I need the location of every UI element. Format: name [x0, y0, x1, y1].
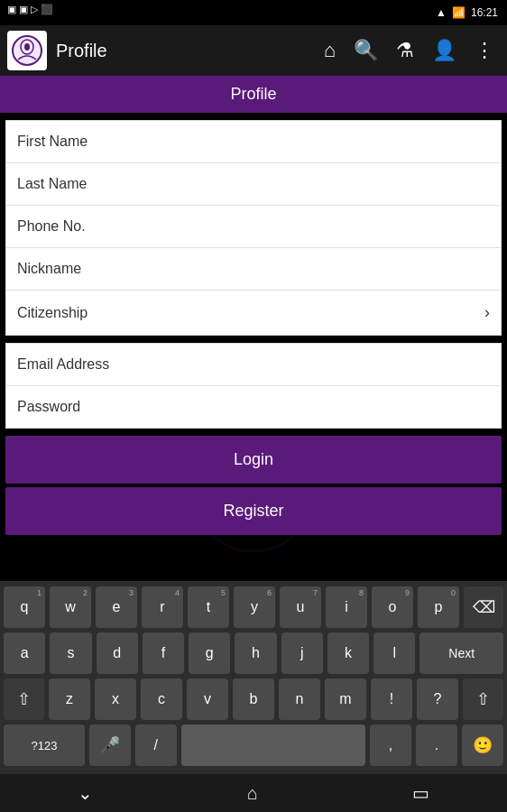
notification-icons: ▣ ▣ ▷ ⬛ [7, 4, 53, 15]
keyboard-row-2: a s d f g h j k l Next [4, 632, 503, 674]
key-h[interactable]: h [235, 632, 276, 674]
key-b[interactable]: b [233, 678, 274, 720]
key-z[interactable]: z [49, 678, 90, 720]
key-y[interactable]: 6y [234, 586, 275, 628]
key-l[interactable]: l [373, 632, 415, 674]
citizenship-chevron-icon: › [484, 303, 490, 322]
svg-point-2 [24, 43, 30, 51]
app-bar-actions: ⌂ 🔍 ⚗ 👤 ⋮ [318, 35, 500, 66]
phone-field[interactable]: Phone No. [6, 206, 501, 248]
register-button[interactable]: Register [5, 487, 502, 535]
key-period[interactable]: . [416, 724, 457, 766]
key-question[interactable]: ? [417, 678, 458, 720]
person-button[interactable]: 👤 [427, 35, 462, 66]
password-label: Password [17, 399, 490, 415]
nickname-field[interactable]: Nickname [6, 248, 501, 291]
key-i[interactable]: 8i [326, 586, 367, 628]
key-c[interactable]: c [141, 678, 182, 720]
keyboard-row-4: ?123 🎤 / , . 🙂 [4, 724, 503, 766]
keyboard-row-3: ⇧ z x c v b n m ! ? ⇧ [4, 678, 503, 720]
key-exclaim[interactable]: ! [371, 678, 412, 720]
key-symbols[interactable]: ?123 [4, 724, 85, 766]
app-bar-title: Profile [56, 41, 318, 61]
key-mic[interactable]: 🎤 [89, 724, 131, 766]
login-button[interactable]: Login [5, 436, 502, 484]
form-group-1: First Name Last Name Phone No. Nickname … [5, 120, 502, 336]
key-emoji[interactable]: 🙂 [462, 724, 503, 766]
key-comma[interactable]: , [370, 724, 411, 766]
key-f[interactable]: f [143, 632, 184, 674]
key-e[interactable]: 3e [96, 586, 137, 628]
app-bar: Profile ⌂ 🔍 ⚗ 👤 ⋮ [0, 25, 507, 76]
key-t[interactable]: 5t [188, 586, 229, 628]
section-header-title: Profile [230, 85, 276, 103]
first-name-field[interactable]: First Name [6, 121, 501, 163]
key-a[interactable]: a [4, 632, 45, 674]
key-delete[interactable]: ⌫ [464, 586, 503, 628]
first-name-label: First Name [17, 134, 490, 150]
citizenship-field[interactable]: Citizenship › [6, 291, 501, 335]
signal-icon: 📶 [452, 6, 466, 19]
last-name-label: Last Name [17, 176, 490, 192]
nav-bar: ⌄ ⌂ ▭ [0, 774, 507, 812]
password-field[interactable]: Password [6, 386, 501, 428]
search-button[interactable]: 🔍 [348, 35, 383, 66]
key-shift-left[interactable]: ⇧ [4, 678, 44, 720]
home-button[interactable]: ⌂ [318, 35, 341, 66]
email-label: Email Address [17, 356, 490, 373]
key-u[interactable]: 7u [280, 586, 321, 628]
home-nav-button[interactable]: ⌂ [229, 778, 276, 809]
app-logo [7, 31, 47, 70]
filter-button[interactable]: ⚗ [391, 35, 419, 66]
key-shift-right[interactable]: ⇧ [463, 678, 503, 720]
email-field[interactable]: Email Address [6, 344, 501, 386]
key-d[interactable]: d [97, 632, 138, 674]
keyboard: 1q 2w 3e 4r 5t 6y 7u 8i 9o 0p ⌫ a s d f … [0, 581, 507, 774]
back-button[interactable]: ⌄ [60, 777, 111, 809]
keyboard-row-1: 1q 2w 3e 4r 5t 6y 7u 8i 9o 0p ⌫ [4, 586, 503, 628]
key-m[interactable]: m [325, 678, 366, 720]
wifi-icon: ▲ [436, 6, 447, 19]
key-w[interactable]: 2w [50, 586, 91, 628]
status-bar: ▣ ▣ ▷ ⬛ ▲ 📶 16:21 [0, 0, 507, 25]
key-slash[interactable]: / [135, 724, 177, 766]
last-name-field[interactable]: Last Name [6, 163, 501, 206]
key-n[interactable]: n [279, 678, 320, 720]
recent-button[interactable]: ▭ [394, 777, 447, 809]
phone-label: Phone No. [17, 218, 490, 235]
form-group-2: Email Address Password [5, 343, 502, 429]
section-header: Profile [0, 76, 507, 113]
key-space[interactable] [181, 724, 365, 766]
nickname-label: Nickname [17, 261, 490, 277]
more-button[interactable]: ⋮ [469, 35, 500, 66]
key-r[interactable]: 4r [142, 586, 183, 628]
key-k[interactable]: k [327, 632, 369, 674]
time-display: 16:21 [471, 6, 498, 19]
key-g[interactable]: g [189, 632, 230, 674]
key-p[interactable]: 0p [418, 586, 459, 628]
key-j[interactable]: j [281, 632, 323, 674]
citizenship-label: Citizenship [17, 305, 484, 321]
key-v[interactable]: v [187, 678, 228, 720]
key-s[interactable]: s [50, 632, 91, 674]
key-q[interactable]: 1q [4, 586, 45, 628]
key-x[interactable]: x [95, 678, 136, 720]
key-next[interactable]: Next [419, 632, 503, 674]
key-o[interactable]: 9o [372, 586, 413, 628]
